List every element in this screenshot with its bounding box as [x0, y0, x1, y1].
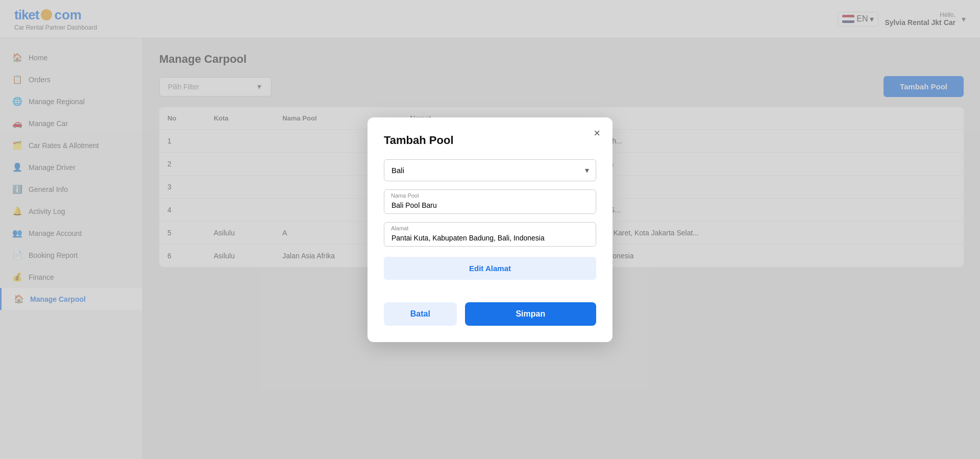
save-button[interactable]: Simpan	[465, 302, 596, 326]
pool-name-input[interactable]	[384, 189, 596, 214]
modal-overlay[interactable]: Tambah Pool × Bali Jakarta Bandung Surab…	[0, 0, 980, 459]
modal-title: Tambah Pool	[384, 134, 596, 147]
address-wrap: Alamat	[384, 222, 596, 247]
address-input[interactable]	[384, 222, 596, 247]
region-select[interactable]: Bali Jakarta Bandung Surabaya Medan	[384, 159, 596, 181]
address-group: Alamat	[384, 222, 596, 247]
modal-scroll-area: Bali Jakarta Bandung Surabaya Medan ▾ Na…	[384, 159, 596, 288]
tambah-pool-modal: Tambah Pool × Bali Jakarta Bandung Surab…	[368, 117, 612, 342]
edit-address-button[interactable]: Edit Alamat	[384, 257, 596, 280]
region-group: Bali Jakarta Bandung Surabaya Medan ▾	[384, 159, 596, 181]
modal-close-button[interactable]: ×	[594, 128, 600, 139]
region-select-wrap: Bali Jakarta Bandung Surabaya Medan ▾	[384, 159, 596, 181]
edit-address-group: Edit Alamat	[384, 255, 596, 280]
pool-name-wrap: Nama Pool	[384, 189, 596, 214]
pool-name-group: Nama Pool	[384, 189, 596, 214]
modal-footer: Batal Simpan	[384, 302, 596, 326]
cancel-button[interactable]: Batal	[384, 302, 457, 326]
